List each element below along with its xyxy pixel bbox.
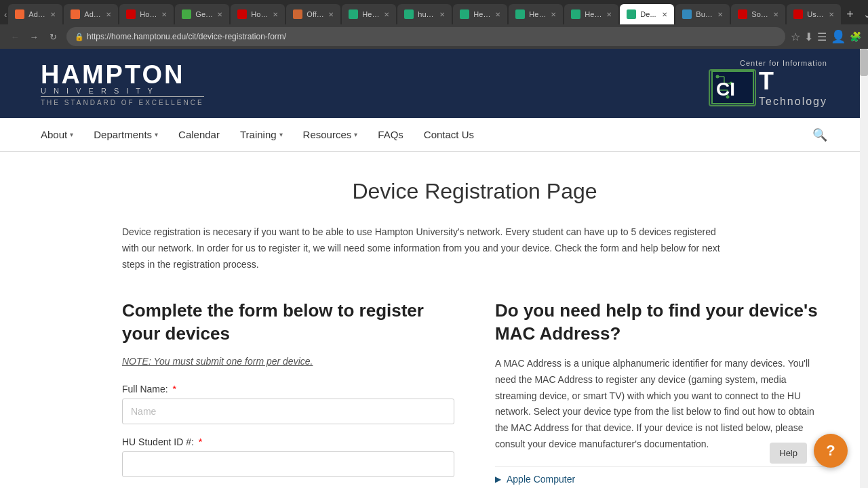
university-name: HAMPTON: [41, 60, 204, 89]
url-bar[interactable]: 🔒 https://home.hamptonu.edu/cit/device-r…: [66, 27, 785, 46]
tab-gefo[interactable]: GeFo... ✕: [175, 4, 229, 24]
nav-contact-label: Contact Us: [424, 129, 474, 140]
full-name-input[interactable]: [122, 399, 454, 424]
intro-text: Device registration is necesary if you w…: [122, 224, 732, 272]
profile-icon[interactable]: 👤: [831, 29, 846, 44]
nav-departments-label: Departments: [94, 129, 152, 140]
nav-about[interactable]: About ▾: [41, 119, 73, 150]
nav-resources-label: Resources: [303, 129, 352, 140]
tab-busin[interactable]: Busin... ✕: [675, 4, 730, 24]
forward-button[interactable]: →: [26, 28, 42, 45]
address-bar: ← → ↻ 🔒 https://home.hamptonu.edu/cit/de…: [0, 24, 868, 49]
lock-icon: 🔒: [75, 33, 84, 41]
nav-faqs-label: FAQs: [378, 129, 403, 140]
cit-top-text: Center for Information: [740, 59, 827, 67]
student-id-required-star: *: [199, 436, 202, 447]
page-title: Device Registration Page: [122, 179, 827, 204]
mac-description: A MAC Address is a unique alphanumeric i…: [495, 356, 827, 453]
cit-it-letter: T: [759, 67, 827, 96]
url-text: https://home.hamptonu.edu/cit/device-reg…: [87, 32, 286, 41]
bookmark-icon[interactable]: ☆: [791, 30, 800, 43]
form-section: Complete the form below to register your…: [122, 300, 454, 488]
new-tab-button[interactable]: +: [842, 7, 858, 22]
student-id-label: HU Student ID #: *: [122, 436, 454, 447]
browser-back-btn[interactable]: ‹: [4, 6, 7, 22]
tab-adobe2[interactable]: Adob... ✕: [64, 4, 118, 24]
nav-faqs[interactable]: FAQs: [378, 119, 403, 150]
mac-heading: Do you need help to find your device's M…: [495, 300, 827, 346]
help-question-button[interactable]: ?: [814, 434, 848, 468]
cit-logo: Center for Information: [709, 59, 827, 108]
form-heading: Complete the form below to register your…: [122, 300, 454, 346]
nav-contact[interactable]: Contact Us: [424, 119, 474, 150]
tab-help2[interactable]: Help... ✕: [453, 4, 507, 24]
svg-text:CI: CI: [716, 79, 735, 100]
departments-chevron-icon: ▾: [155, 131, 158, 138]
apple-computer-label: Apple Computer: [507, 474, 575, 485]
tab-hucam[interactable]: hu-cam... ✕: [397, 4, 452, 24]
university-logo: HAMPTON U N I V E R S I T Y THE STANDARD…: [41, 60, 204, 106]
two-column-layout: Complete the form below to register your…: [122, 300, 827, 488]
nav-calendar-label: Calendar: [178, 129, 220, 140]
scrollbar[interactable]: [860, 49, 868, 488]
tab-how2[interactable]: How t... ✕: [231, 4, 285, 24]
training-chevron-icon: ▾: [279, 131, 283, 138]
nav-about-label: About: [41, 129, 67, 140]
about-chevron-icon: ▾: [70, 131, 73, 138]
tab-how1[interactable]: How t... ✕: [119, 4, 174, 24]
tab-adobe1[interactable]: Adobe ✕: [8, 4, 62, 24]
svg-point-6: [715, 75, 719, 79]
tabs-menu-button[interactable]: ⌄: [859, 9, 868, 20]
tab-device-reg[interactable]: De... ✕: [620, 4, 674, 24]
tab-uset[interactable]: Use t... ✕: [787, 4, 841, 24]
university-tagline: THE STANDARD OF EXCELLENCE: [41, 96, 204, 106]
back-button[interactable]: ←: [7, 28, 23, 45]
tab-help4[interactable]: Help... ✕: [564, 4, 618, 24]
tab-help3[interactable]: Help... ✕: [509, 4, 563, 24]
apple-computer-item[interactable]: ▶ Apple Computer: [495, 466, 827, 485]
resources-chevron-icon: ▾: [354, 131, 357, 138]
tab-help1[interactable]: Help... ✕: [342, 4, 396, 24]
menu-icon[interactable]: ☰: [817, 30, 827, 43]
student-id-input[interactable]: [122, 451, 454, 477]
download-icon[interactable]: ⬇: [804, 30, 813, 43]
nav-training-label: Training: [240, 129, 277, 140]
search-icon[interactable]: 🔍: [812, 127, 827, 142]
nav-calendar[interactable]: Calendar: [178, 119, 220, 150]
main-content: Device Registration Page Device registra…: [0, 152, 868, 488]
cit-text: T Technology: [759, 67, 827, 108]
cit-circuit-icon: CI: [709, 69, 756, 106]
university-subtitle: U N I V E R S I T Y: [41, 87, 204, 95]
cit-technology-label: Technology: [759, 96, 827, 108]
help-text-button[interactable]: Help: [770, 443, 807, 464]
site-nav: About ▾ Departments ▾ Calendar Training …: [0, 118, 868, 152]
cit-main-logo: CI T Technology: [709, 67, 827, 108]
browser-tab-bar: ‹ Adobe ✕ Adob... ✕ How t... ✕ GeFo... ✕…: [0, 0, 868, 24]
tab-offici[interactable]: Offici... ✕: [286, 4, 340, 24]
site-header: HAMPTON U N I V E R S I T Y THE STANDARD…: [0, 49, 868, 118]
form-note: NOTE: You must submit one form per devic…: [122, 356, 454, 367]
nav-departments[interactable]: Departments ▾: [94, 119, 158, 150]
nav-training[interactable]: Training ▾: [240, 119, 283, 150]
full-name-label: Full Name: *: [122, 384, 454, 394]
refresh-button[interactable]: ↻: [45, 28, 61, 45]
nav-items: About ▾ Departments ▾ Calendar Training …: [41, 119, 812, 150]
nav-resources[interactable]: Resources ▾: [303, 119, 358, 150]
extensions-icon[interactable]: 🧩: [850, 31, 861, 42]
tab-solve[interactable]: Solve... ✕: [731, 4, 785, 24]
scrollbar-thumb[interactable]: [860, 49, 868, 76]
apple-chevron-icon: ▶: [495, 474, 501, 484]
website: HAMPTON U N I V E R S I T Y THE STANDARD…: [0, 49, 868, 488]
required-star: *: [173, 384, 176, 394]
